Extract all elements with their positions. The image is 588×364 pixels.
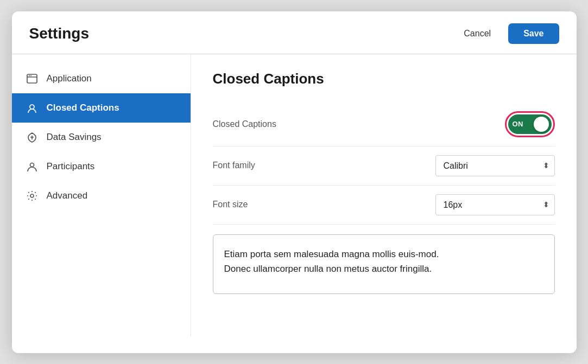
modal-title: Settings — [29, 25, 89, 42]
svg-rect-0 — [27, 74, 37, 83]
font-family-label: Font family — [213, 161, 255, 170]
sidebar-item-participants[interactable]: Participants — [12, 152, 191, 181]
font-size-select-wrapper: 12px 14px 16px 18px 20px 24px ⬍ — [435, 194, 555, 215]
closed-captions-setting-row: Closed Captions ON — [213, 103, 555, 146]
svg-point-8 — [30, 194, 34, 197]
settings-modal: Settings Cancel Save Application — [12, 11, 577, 353]
save-button[interactable]: Save — [508, 23, 559, 44]
cancel-button[interactable]: Cancel — [454, 24, 501, 43]
application-icon — [25, 72, 39, 86]
header-actions: Cancel Save — [454, 23, 559, 44]
toggle-on-label: ON — [513, 120, 524, 128]
closed-captions-toggle[interactable]: ON — [508, 114, 552, 134]
sidebar-item-closed-captions[interactable]: Closed Captions — [12, 93, 191, 123]
font-size-select[interactable]: 12px 14px 16px 18px 20px 24px — [435, 194, 555, 215]
sidebar-item-data-savings-label: Data Savings — [47, 132, 102, 143]
section-title: Closed Captions — [213, 71, 555, 87]
font-size-setting-row: Font size 12px 14px 16px 18px 20px 24px … — [213, 186, 555, 225]
sidebar-item-data-savings[interactable]: Data Savings — [12, 123, 191, 152]
closed-captions-icon — [25, 101, 39, 115]
font-size-label: Font size — [213, 200, 248, 209]
sidebar-item-advanced[interactable]: Advanced — [12, 181, 191, 210]
font-family-select-wrapper: Calibri Arial Times New Roman Courier Ne… — [435, 155, 555, 176]
sidebar: Application Closed Captions — [12, 54, 191, 336]
svg-point-4 — [30, 105, 34, 109]
sidebar-item-advanced-label: Advanced — [47, 190, 88, 201]
preview-text-box: Etiam porta sem malesuada magna mollis e… — [213, 234, 555, 294]
svg-point-7 — [30, 163, 34, 167]
font-family-setting-row: Font family Calibri Arial Times New Roma… — [213, 146, 555, 186]
closed-captions-label: Closed Captions — [213, 119, 276, 129]
font-family-select[interactable]: Calibri Arial Times New Roman Courier Ne… — [435, 155, 555, 176]
sidebar-item-participants-label: Participants — [47, 161, 95, 172]
modal-body: Application Closed Captions — [12, 54, 577, 336]
sidebar-item-application-label: Application — [47, 73, 92, 84]
modal-header: Settings Cancel Save — [12, 11, 577, 54]
data-savings-icon — [25, 130, 39, 144]
main-content: Closed Captions Closed Captions ON Font … — [191, 54, 577, 336]
participants-icon — [25, 159, 39, 174]
advanced-icon — [25, 189, 39, 203]
sidebar-item-closed-captions-label: Closed Captions — [47, 103, 119, 113]
toggle-knob — [534, 117, 549, 132]
toggle-highlight: ON — [505, 111, 555, 137]
sidebar-item-application[interactable]: Application — [12, 64, 191, 93]
